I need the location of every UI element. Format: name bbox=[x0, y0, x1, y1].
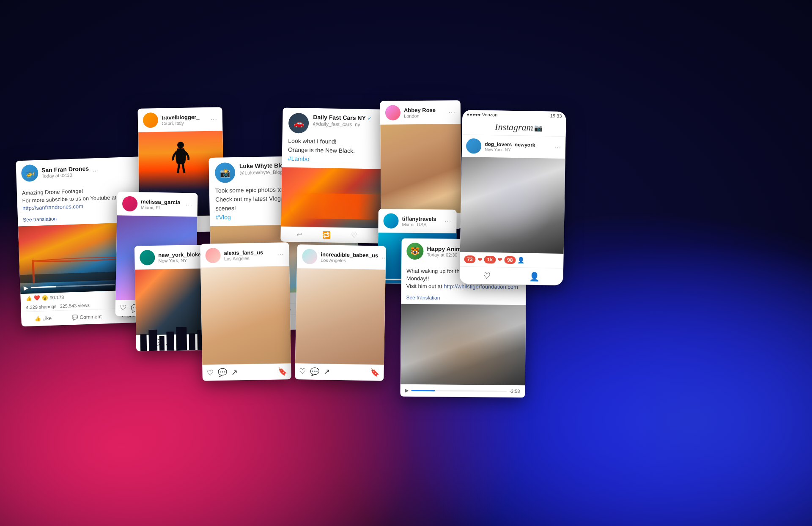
ig-bookmark-icon6[interactable]: 🔖 bbox=[370, 368, 379, 377]
fb-post-link[interactable]: http://sanfrandrones.com bbox=[22, 203, 83, 211]
ig-alexis-userinfo: alexis_fans_us Los Angeles bbox=[224, 249, 274, 261]
ig-tiffany-header: tiffanytravels Miami, USA ··· bbox=[378, 209, 456, 233]
fb-animals-video-controls: ▶ -3:58 bbox=[400, 384, 525, 397]
ig-melissa-username: melissa_garcia bbox=[141, 198, 182, 205]
ig-abbey-username: Abbey Rose bbox=[404, 107, 445, 113]
ig-abbey-location: London bbox=[404, 113, 445, 118]
ig-melissa-menu[interactable]: ··· bbox=[186, 201, 193, 208]
ig-incredible-header: increadible_babes_us Los Angeles ··· bbox=[297, 244, 386, 270]
ig-nybloke-userinfo: new_york_bloke New York, NY bbox=[158, 251, 204, 263]
play-icon[interactable]: ▶ bbox=[23, 284, 28, 291]
ig-dog-bottom-actions: ♡ 👤 bbox=[459, 266, 563, 285]
svg-rect-5 bbox=[148, 330, 157, 335]
ig-dog-stats: 73 ❤ 1k ❤ 98 👤 bbox=[464, 255, 524, 264]
ig-dog-menu[interactable]: ··· bbox=[554, 144, 562, 151]
ig-abbey-menu[interactable]: ··· bbox=[448, 108, 455, 116]
fb-reactions-count: 👍 ❤️ 😮 90.178 bbox=[25, 294, 64, 301]
svg-rect-4 bbox=[140, 334, 147, 335]
instagram-logo-text: Instagram bbox=[495, 121, 533, 133]
ig-dog-heart-action[interactable]: ♡ bbox=[483, 271, 491, 281]
ig-heart-icon5[interactable]: ♡ bbox=[206, 368, 213, 377]
ig-comment-icon5[interactable]: 💬 bbox=[217, 368, 227, 377]
ig-dog-heart2: ❤ bbox=[497, 256, 502, 263]
ig-alexis-menu[interactable]: ··· bbox=[277, 250, 284, 258]
fb-animals-image bbox=[401, 304, 526, 385]
ig-share-icon5[interactable]: ↗ bbox=[231, 367, 237, 377]
fb-animals-translate[interactable]: See translation bbox=[401, 293, 526, 305]
ig-dog-notifications: 73 ❤ 1k ❤ 98 👤 bbox=[460, 252, 564, 268]
tweet-cars-avatar: 🚗 bbox=[288, 113, 309, 134]
fb-menu-icon[interactable]: ··· bbox=[92, 167, 99, 175]
ig-abbey-userinfo: Abbey Rose London bbox=[404, 107, 445, 118]
ig-tiffany-menu[interactable]: ··· bbox=[444, 218, 452, 225]
tweet-cars-name-row: Daily Fast Cars NY ✓ bbox=[313, 113, 372, 122]
instagram-card-incredible: increadible_babes_us Los Angeles ··· ♡ 💬… bbox=[295, 244, 386, 381]
ig-alexis-header: alexis_fans_us Los Angeles ··· bbox=[200, 242, 289, 268]
ig-dog-person-action[interactable]: 👤 bbox=[529, 271, 540, 282]
carrier-signal: ●●●●● Verizon bbox=[466, 112, 497, 117]
ig-tiffany-avatar bbox=[383, 213, 398, 228]
like-icon2[interactable]: ♡ bbox=[351, 231, 357, 239]
ig-incredible-actions: ♡ 💬 ↗ 🔖 bbox=[295, 363, 384, 381]
ig-incredible-location: Los Angeles bbox=[321, 258, 378, 263]
ig-melissa-location: Miami, FL bbox=[141, 205, 182, 211]
ig-incredible-avatar bbox=[302, 249, 318, 264]
svg-rect-8 bbox=[176, 327, 187, 335]
ig-dog-hearts-badge: 1k bbox=[484, 256, 496, 263]
ig-dog-location: New York, NY bbox=[485, 147, 551, 153]
ig-incredible-menu[interactable]: ··· bbox=[381, 254, 386, 262]
video-progress-bar bbox=[31, 284, 115, 288]
tweet-cars-handle: @daily_fast_cars_ny bbox=[313, 121, 372, 128]
ig-alexis-actions: ♡ 💬 ↗ 🔖 bbox=[202, 363, 291, 381]
instagram-card-dog: ●●●●● Verizon 19:33 Instagram 📷 dog_love… bbox=[459, 110, 566, 285]
svg-point-3 bbox=[177, 142, 184, 148]
ig-abbey-image bbox=[380, 124, 461, 214]
tweet-luke-hashtag[interactable]: #Vlog bbox=[216, 214, 231, 221]
ig-travel-menu[interactable]: ··· bbox=[210, 115, 217, 123]
tweet-luke-avatar: 📸 bbox=[215, 162, 236, 183]
ig-tiffany-userinfo: tiffanytravels Miami, USA bbox=[402, 215, 441, 227]
ig-nybloke-location: New York, NY bbox=[158, 257, 204, 263]
ig-travel-avatar bbox=[143, 112, 159, 128]
fb-avatar-sandrones: 🚁 bbox=[21, 164, 38, 182]
ig-dog-person-icon: 👤 bbox=[517, 257, 524, 263]
reply-icon2[interactable]: ↩ bbox=[296, 230, 302, 238]
fb-post-time: Today at 02:30 bbox=[41, 172, 89, 179]
ig-nybloke-username: new_york_bloke bbox=[158, 251, 204, 258]
ig-heart-icon6[interactable]: ♡ bbox=[299, 367, 306, 376]
ig-dog-avatar bbox=[466, 138, 482, 154]
ig-tiffany-username: tiffanytravels bbox=[402, 215, 442, 222]
ig-heart-icon2[interactable]: ♡ bbox=[120, 303, 126, 312]
tweet-cars-hashtag[interactable]: #Lambo bbox=[288, 155, 310, 162]
ig-incredible-image bbox=[295, 268, 386, 365]
ig-melissa-userinfo: melissa_garcia Miami, FL bbox=[141, 198, 182, 211]
ig-comment-icon6[interactable]: 💬 bbox=[310, 367, 319, 376]
ig-incredible-username: increadible_babes_us bbox=[321, 251, 378, 258]
ig-bookmark-icon5[interactable]: 🔖 bbox=[277, 367, 287, 376]
ig-melissa-header: melissa_garcia Miami, FL ··· bbox=[117, 192, 198, 216]
fb-user-info: San Fran Drones Today at 02:30 bbox=[41, 165, 89, 179]
ig-incredible-userinfo: increadible_babes_us Los Angeles bbox=[321, 251, 378, 263]
ig-dog-image bbox=[460, 157, 565, 254]
svg-rect-9 bbox=[189, 333, 195, 335]
ig-alexis-location: Los Angeles bbox=[224, 255, 274, 261]
tweet-cars-userinfo: Daily Fast Cars NY ✓ @daily_fast_cars_ny bbox=[313, 113, 372, 128]
ig-dog-heart: ❤ bbox=[477, 256, 483, 263]
instagram-card-alexis: alexis_fans_us Los Angeles ··· ♡ 💬 ↗ 🔖 bbox=[200, 242, 291, 381]
fb-animals-avatar: 🐯 bbox=[406, 243, 423, 260]
ig-travel-header: travelblogger_ Capri, Italy ··· bbox=[137, 107, 222, 132]
fb-like-btn[interactable]: 👍 Like bbox=[21, 313, 65, 324]
instagram-app-header: Instagram 📷 bbox=[462, 118, 566, 137]
ig-travel-userinfo: travelblogger_ Capri, Italy bbox=[162, 113, 207, 126]
fb-card-header: 🚁 San Fran Drones Today at 02:30 ··· bbox=[16, 156, 148, 186]
ig-dog-followers-badge: 98 bbox=[504, 256, 516, 264]
ig-dog-userinfo: dog_lovers_newyork New York, NY bbox=[485, 141, 551, 153]
ig-share-icon6[interactable]: ↗ bbox=[324, 367, 330, 376]
fb-comment-btn[interactable]: 💬 Comment bbox=[65, 312, 109, 323]
ig-camera-icon[interactable]: 📷 bbox=[534, 123, 543, 132]
ig-dog-post-header: dog_lovers_newyork New York, NY ··· bbox=[462, 135, 566, 159]
retweet-icon2[interactable]: 🔁 bbox=[322, 231, 331, 239]
ig-travel-location: Capri, Italy bbox=[162, 120, 207, 126]
ig-abbey-avatar bbox=[385, 105, 401, 120]
verified-icon2: ✓ bbox=[368, 115, 372, 121]
